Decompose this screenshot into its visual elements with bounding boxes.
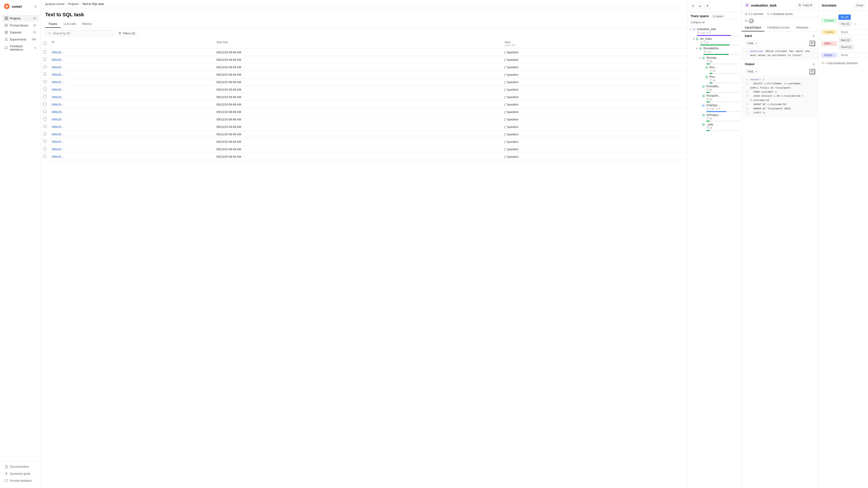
row-id-10[interactable]: 066e29... bbox=[52, 125, 64, 129]
table-row[interactable]: 066e29... 09/12/24 08:49 AM { "question bbox=[41, 108, 687, 116]
span-row-1[interactable]: ▼ ⛓ llm_chain ⏱ 1.1s bbox=[687, 37, 741, 46]
row-checkbox-12[interactable] bbox=[43, 140, 46, 143]
search-box[interactable] bbox=[45, 30, 113, 37]
sidebar-item-quickstart[interactable]: Quickstart guide bbox=[1, 470, 39, 477]
row-checkbox-0[interactable] bbox=[43, 51, 46, 53]
tab-metrics[interactable]: Metrics bbox=[79, 20, 95, 28]
expand-toggle-1[interactable]: ▼ bbox=[692, 37, 695, 40]
table-row[interactable]: 066e29... 09/12/24 08:49 AM { "question bbox=[41, 93, 687, 101]
row-id-6[interactable]: 066e29... bbox=[52, 96, 64, 99]
span-row-6[interactable]: ⛓ Runnable... ⏱ 0s bbox=[687, 84, 741, 94]
simpli-score-input[interactable] bbox=[838, 53, 868, 58]
input-collapse-toggle[interactable]: ∧ bbox=[812, 34, 815, 38]
sidebar-item-datasets[interactable]: Datasets 21 bbox=[1, 29, 39, 36]
table-row[interactable]: 066e29... 09/12/24 08:49 AM { "question bbox=[41, 131, 687, 138]
row-id-3[interactable]: 066e29... bbox=[52, 73, 64, 76]
search-input[interactable] bbox=[53, 32, 110, 35]
span-row-7[interactable]: ⛓ PromptTe... ⏱ 0s bbox=[687, 94, 741, 103]
filter-button[interactable]: Filters (0) bbox=[115, 30, 138, 37]
table-row[interactable]: 066e29... 09/12/24 08:49 AM { "question bbox=[41, 145, 687, 153]
row-id-13[interactable]: 066e29... bbox=[52, 148, 64, 151]
sidebar-item-prompt-library[interactable]: Prompt library 19 bbox=[1, 22, 39, 29]
sidebar-item-feedback-definitions[interactable]: Feedback definitions 4 bbox=[1, 43, 39, 53]
output-format-selector[interactable]: YAML bbox=[745, 69, 759, 74]
output-copy-button[interactable] bbox=[809, 69, 815, 74]
span-row-0[interactable]: ▼ ◇ evaluation_task ⏱ 1.1s ✏ 2 bbox=[687, 27, 741, 37]
annotate-close-button[interactable]: Close bbox=[854, 3, 865, 8]
tab-llm-calls[interactable]: LLM calls bbox=[60, 20, 79, 28]
table-row[interactable]: 066e29... 09/12/24 08:49 AM { "question bbox=[41, 64, 687, 71]
row-id-12[interactable]: 066e29... bbox=[52, 140, 64, 143]
correct-remove-button[interactable]: ✕ bbox=[854, 22, 857, 26]
table-row[interactable]: 066e29... 09/12/24 08:49 AM { "question bbox=[41, 101, 687, 108]
row-id-14[interactable]: 066e29... bbox=[52, 155, 64, 158]
row-checkbox-13[interactable] bbox=[43, 147, 46, 150]
row-id-2[interactable]: 066e29... bbox=[52, 66, 64, 69]
breadcrumb-workspace[interactable]: jacques-comet bbox=[45, 2, 64, 6]
add-feedback-definition-button[interactable]: + + Add feedback definition bbox=[818, 59, 868, 67]
row-checkbox-4[interactable] bbox=[43, 80, 46, 83]
span-row-2[interactable]: ▼ ⛓ RunnableSe... ⏱ 1.1s bbox=[687, 46, 741, 56]
sidebar-toggle-icon[interactable]: ⊞ bbox=[34, 4, 37, 8]
span-row-10[interactable]: ⛓ _strip ⏱ 0s bbox=[687, 122, 741, 132]
span-row-8[interactable]: ● ChatOpe... ⏱ 1.1s ✏ 1 bbox=[687, 103, 741, 113]
quality-score-input[interactable] bbox=[838, 29, 868, 35]
sidebar-item-documentation[interactable]: Documentation bbox=[1, 463, 39, 470]
row-id-7[interactable]: 066e29... bbox=[52, 103, 64, 106]
span-row-9[interactable]: ⛓ StrOutput... ⏱ 0s bbox=[687, 113, 741, 122]
row-id-5[interactable]: 066e29... bbox=[52, 88, 64, 91]
expand-toggle-0[interactable]: ▼ bbox=[689, 28, 692, 31]
row-checkbox-1[interactable] bbox=[43, 58, 46, 61]
copy-id-button[interactable]: Copy ID bbox=[796, 2, 815, 8]
table-row[interactable]: 066e29... 09/12/24 08:49 AM { "question bbox=[41, 78, 687, 86]
eval-tab-input-output[interactable]: Input/Output bbox=[742, 24, 764, 31]
row-checkbox-2[interactable] bbox=[43, 65, 46, 68]
sme-bad-chip[interactable]: Bad (0) bbox=[838, 37, 852, 43]
span-row-5[interactable]: ⛓ Run... ⏱ 0s bbox=[687, 74, 741, 84]
collapse-all-button[interactable]: Collapse all bbox=[687, 20, 741, 26]
input-format-selector[interactable]: YAML bbox=[745, 41, 759, 46]
trace-nav-down[interactable]: ▼ bbox=[704, 3, 711, 9]
input-copy-button[interactable] bbox=[809, 41, 815, 46]
annotation-quality-label[interactable]: Quality bbox=[821, 30, 837, 35]
table-row[interactable]: 066e29... 09/12/24 08:49 AM { "question bbox=[41, 153, 687, 160]
sidebar-item-experiments[interactable]: Experiments 289 bbox=[1, 36, 39, 43]
span-row-4[interactable]: ⛓ Run... ⏱ 0s bbox=[687, 65, 741, 74]
row-id-11[interactable]: 066e29... bbox=[52, 133, 64, 136]
row-checkbox-7[interactable] bbox=[43, 103, 46, 105]
correct-yes-chip[interactable]: Yes (1) bbox=[838, 21, 852, 27]
expand-toggle-3[interactable]: ▼ bbox=[699, 57, 702, 59]
annotation-sme-label[interactable]: SME r... bbox=[821, 41, 837, 46]
add-tag-button[interactable]: + bbox=[749, 19, 753, 23]
row-checkbox-14[interactable] bbox=[43, 155, 46, 158]
table-row[interactable]: 066e29... 09/12/24 08:49 AM { "question bbox=[41, 56, 687, 64]
row-checkbox-6[interactable] bbox=[43, 95, 46, 98]
annotation-simpli-label[interactable]: Simpli... bbox=[821, 53, 837, 58]
row-id-9[interactable]: 066e29... bbox=[52, 118, 64, 121]
span-row-3[interactable]: ▼ ⛓ Runnab... ⏱ 0s bbox=[687, 56, 741, 65]
row-checkbox-5[interactable] bbox=[43, 88, 46, 91]
row-checkbox-10[interactable] bbox=[43, 125, 46, 128]
eval-tab-feedback-scores[interactable]: Feedback scores bbox=[764, 24, 793, 31]
row-id-4[interactable]: 066e29... bbox=[52, 80, 64, 84]
table-row[interactable]: 066e29... 09/12/24 08:49 AM { "question bbox=[41, 138, 687, 145]
tab-traces[interactable]: Traces bbox=[45, 20, 60, 28]
row-checkbox-11[interactable] bbox=[43, 132, 46, 135]
table-row[interactable]: 066e29... 09/12/24 08:49 AM { "question bbox=[41, 86, 687, 93]
table-row[interactable]: 066e29... 09/12/24 08:49 AM { "question bbox=[41, 71, 687, 78]
sidebar-item-provide-feedback[interactable]: Provide feedback bbox=[1, 477, 39, 484]
output-collapse-toggle[interactable]: ∧ bbox=[812, 62, 815, 66]
annotation-correct-label[interactable]: Correct bbox=[821, 18, 837, 23]
row-id-8[interactable]: 066e29... bbox=[52, 110, 64, 113]
select-all-checkbox[interactable] bbox=[43, 42, 46, 45]
trace-nav-up[interactable]: ▲ bbox=[697, 3, 703, 9]
row-id-1[interactable]: 066e29... bbox=[52, 58, 64, 61]
close-trace-icon[interactable]: ✕ bbox=[690, 3, 695, 8]
row-checkbox-3[interactable] bbox=[43, 73, 46, 76]
row-checkbox-9[interactable] bbox=[43, 118, 46, 121]
row-checkbox-8[interactable] bbox=[43, 110, 46, 113]
sme-good-chip[interactable]: Good (1) bbox=[838, 44, 854, 50]
sidebar-item-projects[interactable]: Projects 22 bbox=[1, 15, 39, 22]
row-id-0[interactable]: 066e29... bbox=[52, 51, 64, 54]
correct-no-chip[interactable]: No (0) bbox=[838, 14, 851, 20]
